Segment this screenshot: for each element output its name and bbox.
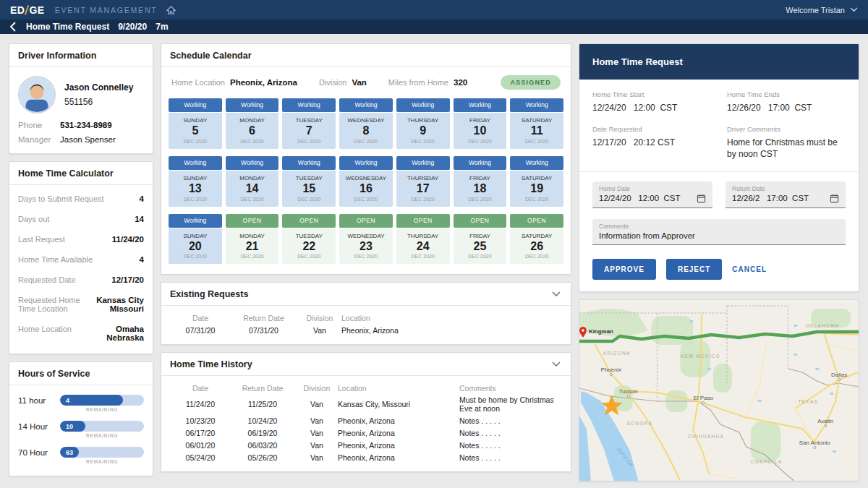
table-cell: Notes . . . . . xyxy=(459,452,561,463)
calculator-row-value: 12/17/20 xyxy=(111,275,144,284)
driver-id: 551156 xyxy=(64,97,133,107)
calendar-day-cell[interactable]: OPENTUESDAY22DEC 2020 xyxy=(282,214,336,265)
calendar-day-name: WEDNESDAY xyxy=(339,233,393,239)
table-cell: 11/25/20 xyxy=(229,398,296,410)
calendar-day-number: 14 xyxy=(226,181,279,197)
calendar-day-cell[interactable]: WorkingTUESDAY7DEC 2020 xyxy=(282,98,336,149)
reject-button[interactable]: REJECT xyxy=(666,259,722,280)
input-value: 12/26/2 17:00 CST xyxy=(732,194,809,202)
calendar-day-number: 22 xyxy=(282,239,336,254)
calendar-day-cell[interactable]: OPENTHURSDAY24DEC 2020 xyxy=(396,214,450,265)
hos-bar-track: 4 xyxy=(60,395,144,406)
calendar-day-month: DEC 2020 xyxy=(454,197,507,202)
calendar-day-cell[interactable]: WorkingSATURDAY11DEC 2020 xyxy=(510,98,563,149)
comments-input[interactable]: Comments Information from Approver xyxy=(592,219,846,245)
calendar-day-month: DEC 2020 xyxy=(226,139,279,144)
table-header-row: DateReturn DateDivisionLocation xyxy=(161,312,571,324)
cancel-button[interactable]: CANCEL xyxy=(732,265,767,273)
home-time-calculator-card: Home Time Calculator Days to Submit Requ… xyxy=(9,161,153,354)
hos-bar-track: 10 xyxy=(60,421,144,432)
calendar-day-status: OPEN xyxy=(282,214,336,228)
map-state-label: ARIZONA xyxy=(603,351,631,356)
calendar-day-cell[interactable]: OPENSATURDAY26DEC 2020 xyxy=(510,214,563,265)
back-icon[interactable] xyxy=(9,22,16,32)
home-date-input[interactable]: Home Date12/24/20 12:00 CST xyxy=(592,181,712,208)
calendar-day-month: DEC 2020 xyxy=(510,197,563,202)
calendar-day-name: SATURDAY xyxy=(510,117,563,124)
calendar-day-cell[interactable]: WorkingTUESDAY15DEC 2020 xyxy=(282,156,336,207)
calendar-day-status: Working xyxy=(396,156,450,170)
column-header: Division xyxy=(296,382,338,394)
map-state-label: TEXAS xyxy=(799,399,819,404)
hos-remaining-label: REMAINING xyxy=(60,459,144,464)
map[interactable]: Kingman Gulf of Cal ARIZONANEW MEXICOOKL… xyxy=(579,299,859,481)
calendar-day-name: SATURDAY xyxy=(510,175,563,181)
home-icon[interactable] xyxy=(166,6,176,14)
column-header: Division xyxy=(298,312,341,324)
home-time-history-title: Home Time History xyxy=(170,359,252,369)
approve-button[interactable]: APPROVE xyxy=(592,259,656,280)
field-label: Home Time Ends xyxy=(727,90,846,98)
hos-remaining-label: REMAINING xyxy=(60,433,144,438)
collapse-chevron-icon[interactable] xyxy=(552,291,562,297)
calendar-day-cell[interactable]: WorkingSUNDAY5DEC 2020 xyxy=(169,98,222,149)
calendar-day-cell[interactable]: WorkingFRIDAY18DEC 2020 xyxy=(454,156,507,207)
table-cell: Notes . . . . . xyxy=(459,440,561,451)
hos-bar-value: 63 xyxy=(66,449,73,456)
calendar-icon[interactable] xyxy=(830,194,839,203)
calendar-day-status: Working xyxy=(226,98,279,112)
calendar-day-number: 8 xyxy=(339,124,393,139)
calendar-day-name: WEDSNESDAY xyxy=(339,175,393,181)
calendar-day-status: Working xyxy=(454,98,507,112)
map-city-label: Austin xyxy=(817,418,833,424)
calendar-day-cell[interactable]: WorkingFRIDAY10DEC 2020 xyxy=(454,98,507,149)
table-cell: Notes . . . . . xyxy=(459,427,561,439)
home-time-history-card: Home Time History DateReturn DateDivisio… xyxy=(161,352,571,472)
column-header: Location xyxy=(341,312,561,324)
calculator-row: Requested Date12/17/20 xyxy=(9,270,153,290)
calendar-day-cell[interactable]: WorkingSATURDAY19DEC 2020 xyxy=(510,156,563,207)
calendar-day-number: 19 xyxy=(510,181,563,197)
table-cell: Notes . . . . . xyxy=(459,415,561,427)
manager-label: Manager xyxy=(18,135,60,144)
calendar-day-cell[interactable]: WorkingMONDAY6DEC 2020 xyxy=(226,98,279,149)
calendar-day-cell[interactable]: WorkingSUNDAY13DEC 2020 xyxy=(169,156,222,207)
calendar-day-cell[interactable]: OPENFRIDAY25DEC 2020 xyxy=(454,214,507,265)
input-label: Home Date xyxy=(599,185,706,192)
calculator-row: Days out14 xyxy=(9,209,153,229)
table-cell: 06/03/20 xyxy=(229,440,296,451)
calendar-day-cell[interactable]: OPENWEDNESDAY23DEC 2020 xyxy=(339,214,393,265)
calendar-day-cell[interactable]: WorkingWEDSNESDAY16DEC 2020 xyxy=(339,156,393,207)
calendar-day-cell[interactable]: WorkingMONDAY14DEC 2020 xyxy=(226,156,279,207)
table-cell: 11/24/20 xyxy=(171,398,229,410)
calendar-day-status: OPEN xyxy=(454,214,507,228)
calendar-day-month: DEC 2020 xyxy=(510,254,563,259)
calendar-day-cell[interactable]: WorkingTHURSDAY9DEC 2020 xyxy=(396,98,450,149)
user-menu[interactable]: Welcome Tristan xyxy=(786,6,858,14)
table-cell: Van xyxy=(298,325,341,336)
calendar-day-name: FRIDAY xyxy=(454,117,507,124)
calendar-day-name: FRIDAY xyxy=(454,175,507,181)
table-row: 06/01/2006/03/20VanPheonix, ArizonaNotes… xyxy=(161,439,571,451)
calendar-icon[interactable] xyxy=(697,194,706,203)
map-city-label: El Paso xyxy=(693,395,713,401)
calendar-day-cell[interactable]: WorkingTHURSDAY17DEC 2020 xyxy=(396,156,450,207)
calendar-day-number: 16 xyxy=(339,181,393,197)
map-city-label: Phoenix xyxy=(600,367,621,373)
collapse-chevron-icon[interactable] xyxy=(552,361,562,367)
calendar-day-month: DEC 2020 xyxy=(282,197,336,202)
field-value: 12/24/20 12:00 CST xyxy=(592,102,711,114)
calendar-day-cell[interactable]: OPENMONDAY21DEC 2020 xyxy=(226,214,279,265)
calculator-row-value: Omaha Nebraska xyxy=(106,325,144,342)
calendar-day-status: OPEN xyxy=(226,214,279,228)
calendar-day-number: 11 xyxy=(510,124,563,139)
calendar-day-cell[interactable]: WorkingSUNDAY20DEC 2020 xyxy=(169,214,222,265)
calendar-day-status: Working xyxy=(169,98,222,112)
calendar-day-cell[interactable]: WorkingWEDNESDAY8DEC 2020 xyxy=(339,98,393,149)
status-badge: ASSIGNED xyxy=(501,75,561,90)
table-header-row: DateReturn DateDivisionLocationComments xyxy=(161,382,571,394)
calculator-row-label: Home Time Available xyxy=(18,255,93,264)
return-date-input[interactable]: Return Date12/26/2 17:00 CST xyxy=(726,181,846,208)
logo-text-left: ED xyxy=(10,4,25,16)
calendar-day-number: 20 xyxy=(169,239,222,254)
